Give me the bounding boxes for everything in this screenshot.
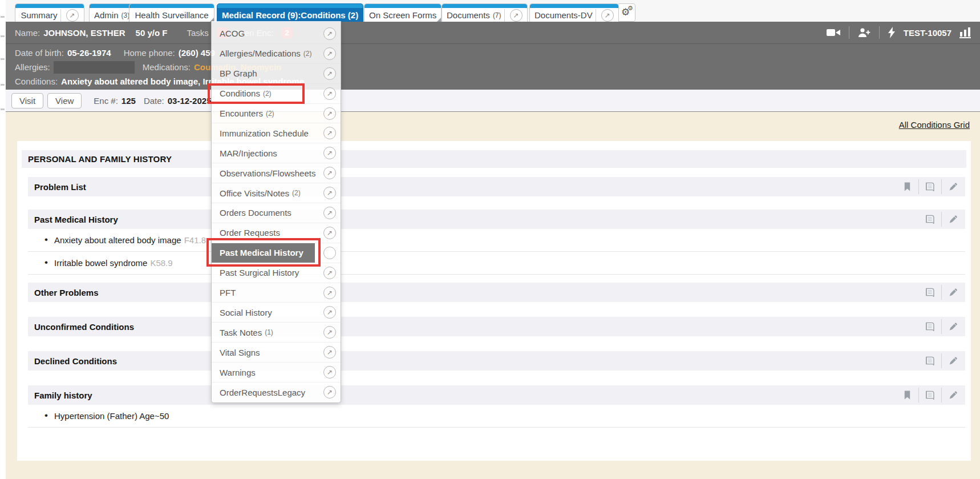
menu-item-label: MAR/Injections bbox=[220, 148, 277, 158]
book-icon[interactable] bbox=[918, 388, 941, 402]
book-icon[interactable] bbox=[918, 212, 941, 227]
menu-item-bp-graph[interactable]: BP Graph↗ bbox=[212, 64, 341, 84]
external-link-icon[interactable]: ↗ bbox=[323, 107, 336, 120]
external-link-icon[interactable]: ↗ bbox=[510, 9, 523, 22]
book-icon[interactable] bbox=[918, 353, 941, 368]
external-link-icon[interactable]: ↗ bbox=[323, 207, 336, 219]
medications-label: Medications: bbox=[143, 62, 191, 72]
external-link-icon[interactable]: ↗ bbox=[323, 27, 336, 40]
pencil-icon[interactable] bbox=[941, 285, 964, 300]
menu-item-task-notes[interactable]: Task Notes(1)↗ bbox=[212, 323, 341, 343]
all-conditions-grid-link[interactable]: All Conditions Grid bbox=[899, 120, 970, 130]
left-rail bbox=[0, 0, 6, 479]
external-link-icon[interactable]: ↗ bbox=[323, 67, 336, 80]
external-link-icon[interactable]: ↗ bbox=[323, 127, 336, 139]
external-link-icon[interactable]: ↗ bbox=[323, 267, 336, 279]
external-link-icon[interactable]: ↗ bbox=[323, 187, 336, 199]
divider bbox=[879, 26, 880, 39]
menu-item-past-surgical-history[interactable]: Past Surgical History↗ bbox=[212, 263, 341, 283]
menu-item-label: OrderRequestsLegacy bbox=[220, 388, 305, 397]
menu-item-label: ACOG bbox=[220, 29, 245, 38]
external-link-icon[interactable]: ↗ bbox=[66, 9, 79, 22]
lightning-bolt-icon[interactable] bbox=[888, 26, 896, 39]
tab-label-area: Medical Record (9):Conditions (2) bbox=[217, 8, 363, 22]
tab-documents[interactable]: Documents(7)↗ bbox=[442, 3, 528, 22]
add-person-icon[interactable] bbox=[857, 27, 871, 38]
bar-chart-icon[interactable] bbox=[959, 27, 971, 38]
external-link-icon[interactable]: ↗ bbox=[323, 346, 336, 359]
menu-item-immunization-schedule[interactable]: Immunization Schedule↗ bbox=[212, 123, 341, 143]
tab-on-screen-forms[interactable]: On Screen Forms bbox=[364, 3, 442, 22]
view-button[interactable]: View bbox=[47, 93, 82, 108]
menu-item-allergies-medications[interactable]: Allergies/Medications(2)↗ bbox=[212, 44, 341, 64]
tasks-label[interactable]: Tasks bbox=[187, 28, 208, 38]
menu-item-conditions[interactable]: Conditions(2)↗ bbox=[212, 84, 341, 104]
tab-label: Health Surveillance bbox=[135, 10, 208, 20]
menu-item-orderrequestslegacy[interactable]: OrderRequestsLegacy↗ bbox=[212, 383, 341, 402]
tab-label: On Screen Forms bbox=[369, 10, 436, 20]
icd-code: F41.8 bbox=[184, 235, 206, 245]
external-link-icon[interactable]: ↗ bbox=[323, 287, 336, 299]
tab-count: (3) bbox=[122, 11, 130, 19]
menu-item-warnings[interactable]: Warnings↗ bbox=[212, 363, 341, 383]
external-link-icon[interactable]: ↗ bbox=[323, 247, 336, 259]
menu-item-label: Vital Signs bbox=[220, 348, 260, 357]
menu-item-vital-signs[interactable]: Vital Signs↗ bbox=[212, 343, 341, 363]
external-link-icon[interactable]: ↗ bbox=[323, 227, 336, 239]
menu-item-orders-documents[interactable]: Orders Documents↗ bbox=[212, 203, 341, 223]
menu-item-label: Task Notes bbox=[220, 328, 262, 337]
external-link-icon[interactable]: ↗ bbox=[323, 306, 336, 319]
bookmark-icon[interactable] bbox=[896, 179, 918, 194]
condition-list-item: Anxiety about altered body imageF41.8 bbox=[28, 229, 965, 252]
menu-item-observations-flowsheets[interactable]: Observations/Flowsheets↗ bbox=[212, 163, 341, 183]
external-link-icon[interactable]: ↗ bbox=[323, 147, 336, 159]
menu-item-encounters[interactable]: Encounters(2)↗ bbox=[212, 104, 341, 124]
external-link-icon[interactable]: ↗ bbox=[323, 366, 336, 379]
video-camera-icon[interactable] bbox=[826, 27, 841, 38]
external-link-icon[interactable]: ↗ bbox=[323, 386, 336, 399]
external-link-icon[interactable]: ↗ bbox=[323, 167, 336, 179]
settings-button[interactable]: ⚙ ⚙ bbox=[617, 3, 635, 22]
book-icon[interactable] bbox=[918, 285, 941, 300]
tab-count: (7) bbox=[493, 11, 501, 19]
pencil-icon[interactable] bbox=[941, 319, 964, 334]
pencil-icon[interactable] bbox=[941, 353, 964, 368]
visit-button[interactable]: Visit bbox=[11, 93, 43, 108]
pencil-icon[interactable] bbox=[941, 388, 964, 402]
menu-item-order-requests[interactable]: Order Requests↗ bbox=[212, 223, 341, 243]
menu-item-acog[interactable]: ACOG↗ bbox=[212, 24, 341, 44]
menu-item-mar-injections[interactable]: MAR/Injections↗ bbox=[212, 143, 341, 163]
bookmark-icon[interactable] bbox=[896, 388, 918, 402]
pencil-icon[interactable] bbox=[941, 179, 964, 194]
external-link-icon[interactable]: ↗ bbox=[323, 87, 336, 100]
external-link-icon[interactable]: ↗ bbox=[323, 47, 336, 60]
tab-summary[interactable]: Summary↗ bbox=[15, 3, 84, 22]
tab-fold-corner-icon bbox=[437, 18, 441, 22]
book-icon[interactable] bbox=[918, 179, 941, 194]
patient-header-line4: Conditions: Anxiety about altered body i… bbox=[6, 74, 980, 88]
tab-documents-dv[interactable]: Documents-DV↗ bbox=[529, 3, 619, 22]
patient-header-actions: TEST-10057 bbox=[826, 26, 971, 39]
section-row-unconfirmed-conditions: Unconfirmed Conditions bbox=[28, 317, 965, 336]
pencil-icon[interactable] bbox=[941, 212, 964, 227]
menu-item-pft[interactable]: PFT↗ bbox=[212, 283, 341, 303]
book-icon[interactable] bbox=[918, 319, 941, 334]
tab-top-strip bbox=[129, 4, 214, 8]
dob-value: 05-26-1974 bbox=[67, 48, 111, 58]
menu-item-office-visits-notes[interactable]: Office Visits/Notes(2)↗ bbox=[212, 183, 341, 203]
section-actions bbox=[918, 353, 964, 368]
patient-header: Name: JOHNSON, ESTHER 50 y/o F Tasks 1 O… bbox=[6, 22, 980, 90]
external-link-icon[interactable]: ↗ bbox=[323, 326, 336, 339]
tab-admin[interactable]: Admin(3) bbox=[89, 3, 135, 22]
home-phone-label: Home phone: bbox=[124, 48, 175, 58]
menu-item-label: Conditions bbox=[220, 88, 260, 98]
menu-item-label: Office Visits/Notes bbox=[220, 188, 289, 198]
tab-medical-record-9-conditions-2[interactable]: Medical Record (9):Conditions (2) bbox=[217, 3, 363, 22]
external-link-icon[interactable]: ↗ bbox=[601, 9, 614, 22]
tab-health-surveillance[interactable]: Health Surveillance bbox=[129, 3, 214, 22]
patient-header-line1: Name: JOHNSON, ESTHER 50 y/o F Tasks 1 O… bbox=[6, 22, 980, 44]
menu-item-past-medical-history[interactable]: Past Medical History↗ bbox=[212, 243, 341, 263]
condition-text: Hypertension (Father) Age~50 bbox=[54, 411, 169, 421]
menu-item-social-history[interactable]: Social History↗ bbox=[212, 303, 341, 323]
date-label: Date: bbox=[144, 96, 164, 106]
